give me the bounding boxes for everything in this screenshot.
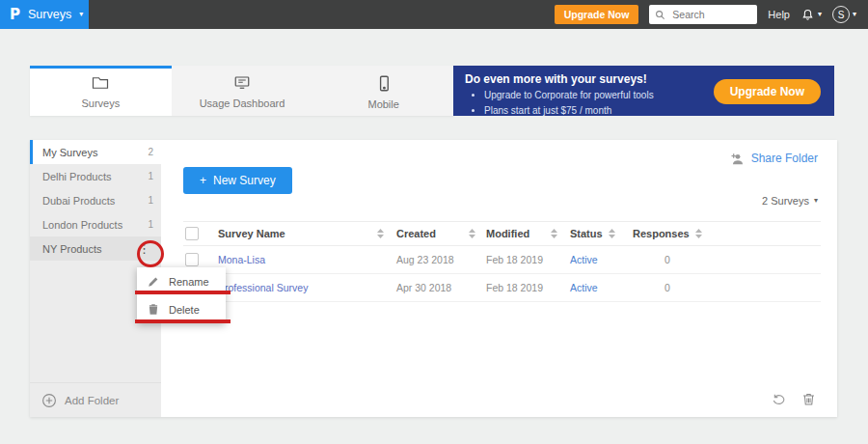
created-date: Aug 23 2018 bbox=[396, 254, 486, 265]
add-folder-button[interactable]: Add Folder bbox=[30, 382, 161, 417]
surveys-table: Survey Name Created Modified Status Resp… bbox=[183, 221, 821, 302]
help-link[interactable]: Help bbox=[768, 9, 790, 20]
chevron-down-icon: ▾ bbox=[79, 11, 83, 18]
share-folder-button[interactable]: Share Folder bbox=[730, 152, 818, 165]
tab-mobile[interactable]: Mobile bbox=[312, 66, 454, 116]
chevron-down-icon: ▾ bbox=[853, 11, 856, 18]
plus-icon: + bbox=[200, 174, 206, 187]
sidebar-item-my-surveys[interactable]: My Surveys 2 bbox=[30, 140, 161, 164]
responses-count: 0 bbox=[633, 254, 821, 265]
menu-item-rename[interactable]: Rename bbox=[137, 267, 226, 295]
column-header-responses[interactable]: Responses bbox=[633, 228, 690, 239]
account-menu[interactable]: S ▾ bbox=[832, 6, 856, 23]
sort-icon[interactable] bbox=[695, 229, 702, 238]
kebab-menu-icon[interactable]: ⋮ bbox=[135, 242, 153, 255]
share-folder-label: Share Folder bbox=[751, 152, 818, 165]
tab-surveys[interactable]: Surveys bbox=[30, 66, 172, 116]
banner-bullet: Plans start at just $75 / month bbox=[484, 103, 823, 119]
column-header-survey-name[interactable]: Survey Name bbox=[218, 228, 285, 239]
topbar-actions: Upgrade Now Help ▾ S ▾ bbox=[555, 5, 868, 24]
sort-icon[interactable] bbox=[551, 229, 557, 238]
menu-item-delete[interactable]: Delete bbox=[137, 295, 226, 323]
column-header-created[interactable]: Created bbox=[396, 228, 436, 239]
upgrade-now-button[interactable]: Upgrade Now bbox=[555, 5, 639, 24]
menu-item-label: Delete bbox=[169, 304, 200, 316]
search-icon bbox=[655, 10, 665, 20]
select-all-checkbox[interactable] bbox=[185, 227, 199, 240]
folder-icon bbox=[92, 75, 109, 95]
person-add-icon bbox=[730, 153, 746, 165]
folder-context-menu: Rename Delete bbox=[137, 267, 226, 323]
promo-banner: Do even more with your surveys! Upgrade … bbox=[453, 66, 834, 116]
bulk-action-icons bbox=[772, 392, 816, 406]
tab-usage-dashboard[interactable]: Usage Dashboard bbox=[172, 66, 313, 116]
tab-label: Surveys bbox=[81, 97, 120, 109]
created-date: Apr 30 2018 bbox=[396, 282, 486, 293]
table-row: Mona-Lisa Aug 23 2018 Feb 18 2019 Active… bbox=[183, 246, 821, 274]
sidebar-item-london-products[interactable]: London Products 1 bbox=[30, 212, 161, 236]
folder-label: Delhi Products bbox=[42, 171, 112, 182]
survey-name-link[interactable]: Mona-Lisa bbox=[218, 254, 396, 265]
sidebar-item-dubai-products[interactable]: Dubai Products 1 bbox=[30, 188, 161, 212]
responses-count: 0 bbox=[633, 282, 821, 293]
bell-icon bbox=[800, 8, 815, 22]
sort-icon[interactable] bbox=[469, 229, 475, 238]
notifications-button[interactable]: ▾ bbox=[800, 8, 822, 22]
folder-label: London Products bbox=[42, 219, 122, 231]
status-badge[interactable]: Active bbox=[570, 282, 633, 293]
status-badge[interactable]: Active bbox=[570, 254, 633, 265]
survey-name-link[interactable]: Professional Survey bbox=[218, 282, 396, 293]
surveys-count-label: 2 Surveys bbox=[762, 195, 809, 207]
folder-label: NY Products bbox=[42, 243, 102, 255]
folder-count: 1 bbox=[148, 171, 153, 181]
avatar: S bbox=[832, 6, 850, 23]
product-menu-label: Surveys bbox=[28, 8, 71, 21]
modified-date: Feb 18 2019 bbox=[486, 254, 570, 265]
sort-icon[interactable] bbox=[377, 229, 384, 238]
add-folder-label: Add Folder bbox=[65, 395, 119, 406]
sidebar-item-delhi-products[interactable]: Delhi Products 1 bbox=[30, 164, 161, 188]
row-checkbox[interactable] bbox=[185, 253, 199, 266]
search-input[interactable] bbox=[670, 8, 755, 21]
survey-list-area: Share Folder + New Survey 2 Surveys ▾ Su… bbox=[161, 140, 837, 417]
folder-label: My Surveys bbox=[42, 147, 97, 158]
column-header-status[interactable]: Status bbox=[570, 228, 603, 239]
chevron-down-icon: ▾ bbox=[814, 197, 818, 205]
table-row: Professional Survey Apr 30 2018 Feb 18 2… bbox=[183, 274, 821, 302]
sidebar-item-ny-products[interactable]: NY Products ⋮ bbox=[30, 236, 161, 261]
menu-item-label: Rename bbox=[169, 276, 209, 288]
tab-bar: Surveys Usage Dashboard Mobile bbox=[30, 66, 454, 116]
mobile-icon bbox=[377, 75, 391, 96]
restore-icon[interactable] bbox=[772, 393, 787, 406]
trash-icon bbox=[148, 303, 159, 316]
modified-date: Feb 18 2019 bbox=[486, 282, 570, 293]
column-header-modified[interactable]: Modified bbox=[486, 228, 529, 239]
new-survey-label: New Survey bbox=[213, 174, 276, 187]
new-survey-button[interactable]: + New Survey bbox=[183, 167, 292, 194]
surveys-count-dropdown[interactable]: 2 Surveys ▾ bbox=[762, 195, 818, 207]
topbar: P Surveys ▾ Upgrade Now Help ▾ S ▾ bbox=[0, 0, 868, 29]
plus-circle-icon bbox=[41, 393, 57, 408]
tab-label: Mobile bbox=[367, 98, 398, 110]
app-logo-menu[interactable]: P Surveys ▾ bbox=[0, 0, 89, 29]
trash-icon[interactable] bbox=[801, 392, 816, 406]
search-box[interactable] bbox=[649, 5, 757, 24]
banner-upgrade-button[interactable]: Upgrade Now bbox=[714, 79, 821, 104]
tab-label: Usage Dashboard bbox=[200, 97, 285, 109]
table-header-row: Survey Name Created Modified Status Resp… bbox=[183, 221, 821, 246]
logo-icon: P bbox=[10, 6, 20, 23]
folder-count: 1 bbox=[148, 219, 153, 230]
pencil-icon bbox=[148, 276, 159, 288]
folder-count: 1 bbox=[148, 195, 153, 206]
dashboard-icon bbox=[233, 75, 251, 95]
folder-label: Dubai Products bbox=[42, 195, 115, 207]
chevron-down-icon: ▾ bbox=[818, 11, 822, 18]
sort-icon[interactable] bbox=[609, 229, 615, 238]
folder-count: 2 bbox=[148, 147, 153, 157]
